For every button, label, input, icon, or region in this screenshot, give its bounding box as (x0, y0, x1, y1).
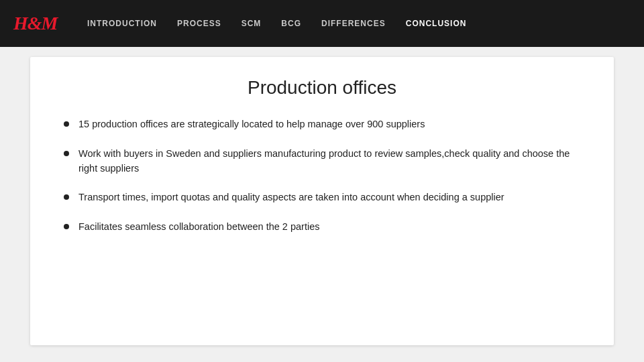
bullet-dot (64, 224, 69, 229)
bullet-dot (64, 121, 69, 127)
bullet-text: Work with buyers in Sweden and suppliers… (78, 147, 580, 176)
bullet-text: Facilitates seamless collaboration betwe… (78, 220, 580, 235)
navbar: H&M INTRODUCTION PROCESS SCM BCG DIFFERE… (0, 0, 644, 47)
list-item: 15 production offices are strategically … (64, 117, 580, 132)
bullet-dot (64, 151, 69, 156)
nav-item-introduction[interactable]: INTRODUCTION (87, 19, 157, 28)
list-item: Work with buyers in Sweden and suppliers… (64, 147, 580, 176)
nav-item-scm[interactable]: SCM (241, 19, 262, 28)
nav-item-differences[interactable]: DIFFERENCES (321, 19, 386, 28)
bullet-dot (64, 194, 69, 200)
logo-text: H&M (13, 13, 57, 34)
list-item: Facilitates seamless collaboration betwe… (64, 220, 580, 235)
bullet-list: 15 production offices are strategically … (64, 117, 580, 235)
nav-item-conclusion[interactable]: CONCLUSION (406, 19, 467, 28)
nav-item-bcg[interactable]: BCG (281, 19, 301, 28)
hm-logo: H&M (13, 14, 57, 33)
slide-title: Production offices (64, 77, 580, 99)
slide-wrapper: H&M INTRODUCTION PROCESS SCM BCG DIFFERE… (0, 0, 644, 362)
bullet-text: 15 production offices are strategically … (78, 117, 580, 132)
slide-card: Production offices 15 production offices… (30, 57, 614, 345)
bullet-text: Transport times, import quotas and quali… (78, 190, 580, 205)
nav-links: INTRODUCTION PROCESS SCM BCG DIFFERENCES… (87, 19, 466, 28)
nav-item-process[interactable]: PROCESS (177, 19, 221, 28)
content-area: Production offices 15 production offices… (0, 47, 644, 362)
list-item: Transport times, import quotas and quali… (64, 190, 580, 205)
logo-area: H&M (13, 14, 74, 33)
